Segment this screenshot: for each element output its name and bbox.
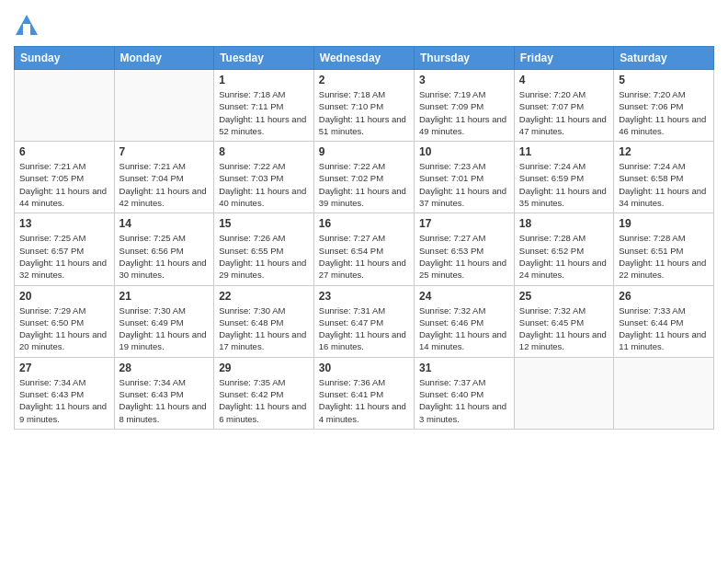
day-info: Sunrise: 7:30 AMSunset: 6:48 PMDaylight:… [219, 304, 309, 353]
day-info: Sunrise: 7:28 AMSunset: 6:51 PMDaylight:… [619, 232, 709, 281]
day-number: 14 [119, 217, 210, 230]
day-info: Sunrise: 7:24 AMSunset: 6:58 PMDaylight:… [619, 160, 709, 209]
calendar-header-row: SundayMondayTuesdayWednesdayThursdayFrid… [15, 47, 714, 70]
day-number: 11 [519, 145, 609, 158]
calendar-cell: 27Sunrise: 7:34 AMSunset: 6:43 PMDayligh… [15, 357, 115, 429]
day-number: 7 [119, 145, 210, 158]
calendar-cell: 8Sunrise: 7:22 AMSunset: 7:03 PMDaylight… [214, 142, 314, 213]
calendar-cell: 7Sunrise: 7:21 AMSunset: 7:04 PMDaylight… [114, 142, 214, 213]
day-info: Sunrise: 7:31 AMSunset: 6:47 PMDaylight:… [319, 304, 409, 353]
day-of-week-header: Sunday [15, 47, 115, 70]
day-info: Sunrise: 7:32 AMSunset: 6:46 PMDaylight:… [419, 304, 509, 353]
day-info: Sunrise: 7:20 AMSunset: 7:07 PMDaylight:… [519, 88, 609, 137]
day-number: 26 [619, 290, 709, 303]
day-info: Sunrise: 7:30 AMSunset: 6:49 PMDaylight:… [119, 304, 210, 353]
day-number: 23 [319, 290, 409, 303]
day-number: 18 [519, 217, 609, 230]
day-number: 10 [419, 145, 509, 158]
calendar-cell: 28Sunrise: 7:34 AMSunset: 6:43 PMDayligh… [114, 357, 214, 429]
calendar-cell: 1Sunrise: 7:18 AMSunset: 7:11 PMDaylight… [214, 70, 314, 142]
calendar-cell: 29Sunrise: 7:35 AMSunset: 6:42 PMDayligh… [214, 357, 314, 429]
day-info: Sunrise: 7:37 AMSunset: 6:40 PMDaylight:… [419, 376, 509, 425]
day-info: Sunrise: 7:18 AMSunset: 7:11 PMDaylight:… [219, 88, 309, 137]
day-number: 2 [319, 74, 409, 86]
day-info: Sunrise: 7:19 AMSunset: 7:09 PMDaylight:… [419, 88, 509, 137]
calendar-cell: 23Sunrise: 7:31 AMSunset: 6:47 PMDayligh… [313, 285, 414, 357]
day-number: 12 [619, 145, 709, 158]
day-number: 5 [619, 74, 709, 86]
calendar-cell: 11Sunrise: 7:24 AMSunset: 6:59 PMDayligh… [514, 142, 613, 213]
calendar-cell: 13Sunrise: 7:25 AMSunset: 6:57 PMDayligh… [15, 213, 115, 285]
day-info: Sunrise: 7:34 AMSunset: 6:43 PMDaylight:… [19, 376, 109, 425]
calendar-week-row: 27Sunrise: 7:34 AMSunset: 6:43 PMDayligh… [15, 357, 714, 429]
logo-icon [14, 13, 40, 39]
day-number: 4 [519, 74, 609, 86]
day-number: 24 [419, 290, 509, 303]
calendar-week-row: 13Sunrise: 7:25 AMSunset: 6:57 PMDayligh… [15, 213, 714, 285]
day-number: 15 [219, 217, 309, 230]
calendar-cell [114, 70, 214, 142]
calendar-cell: 6Sunrise: 7:21 AMSunset: 7:05 PMDaylight… [15, 142, 115, 213]
day-number: 9 [319, 145, 409, 158]
calendar-cell: 31Sunrise: 7:37 AMSunset: 6:40 PMDayligh… [415, 357, 515, 429]
day-info: Sunrise: 7:23 AMSunset: 7:01 PMDaylight:… [419, 160, 509, 209]
day-info: Sunrise: 7:26 AMSunset: 6:55 PMDaylight:… [219, 232, 309, 281]
calendar-cell [15, 70, 115, 142]
day-number: 16 [319, 217, 409, 230]
day-info: Sunrise: 7:27 AMSunset: 6:54 PMDaylight:… [319, 232, 409, 281]
day-info: Sunrise: 7:21 AMSunset: 7:05 PMDaylight:… [19, 160, 109, 209]
day-of-week-header: Wednesday [313, 47, 414, 70]
day-of-week-header: Tuesday [214, 47, 314, 70]
day-info: Sunrise: 7:20 AMSunset: 7:06 PMDaylight:… [619, 88, 709, 137]
calendar-cell: 2Sunrise: 7:18 AMSunset: 7:10 PMDaylight… [313, 70, 414, 142]
day-info: Sunrise: 7:32 AMSunset: 6:45 PMDaylight:… [519, 304, 609, 353]
calendar-cell: 21Sunrise: 7:30 AMSunset: 6:49 PMDayligh… [114, 285, 214, 357]
day-info: Sunrise: 7:18 AMSunset: 7:10 PMDaylight:… [319, 88, 409, 137]
calendar-cell: 30Sunrise: 7:36 AMSunset: 6:41 PMDayligh… [313, 357, 414, 429]
calendar-week-row: 1Sunrise: 7:18 AMSunset: 7:11 PMDaylight… [15, 70, 714, 142]
calendar-cell: 19Sunrise: 7:28 AMSunset: 6:51 PMDayligh… [614, 213, 714, 285]
day-info: Sunrise: 7:21 AMSunset: 7:04 PMDaylight:… [119, 160, 210, 209]
day-number: 30 [319, 362, 409, 374]
day-info: Sunrise: 7:25 AMSunset: 6:56 PMDaylight:… [119, 232, 210, 281]
day-of-week-header: Thursday [415, 47, 515, 70]
calendar-cell: 25Sunrise: 7:32 AMSunset: 6:45 PMDayligh… [514, 285, 613, 357]
day-number: 17 [419, 217, 509, 230]
day-info: Sunrise: 7:36 AMSunset: 6:41 PMDaylight:… [319, 376, 409, 425]
calendar-week-row: 6Sunrise: 7:21 AMSunset: 7:05 PMDaylight… [15, 142, 714, 213]
day-number: 8 [219, 145, 309, 158]
calendar-cell: 4Sunrise: 7:20 AMSunset: 7:07 PMDaylight… [514, 70, 613, 142]
calendar-cell [514, 357, 613, 429]
calendar-cell: 15Sunrise: 7:26 AMSunset: 6:55 PMDayligh… [214, 213, 314, 285]
day-info: Sunrise: 7:34 AMSunset: 6:43 PMDaylight:… [119, 376, 210, 425]
calendar-cell: 22Sunrise: 7:30 AMSunset: 6:48 PMDayligh… [214, 285, 314, 357]
calendar-week-row: 20Sunrise: 7:29 AMSunset: 6:50 PMDayligh… [15, 285, 714, 357]
day-info: Sunrise: 7:29 AMSunset: 6:50 PMDaylight:… [19, 304, 109, 353]
day-info: Sunrise: 7:22 AMSunset: 7:02 PMDaylight:… [319, 160, 409, 209]
header [14, 9, 714, 39]
day-number: 6 [19, 145, 109, 158]
day-number: 19 [619, 217, 709, 230]
day-number: 20 [19, 290, 109, 303]
calendar-cell: 18Sunrise: 7:28 AMSunset: 6:52 PMDayligh… [514, 213, 613, 285]
day-number: 1 [219, 74, 309, 86]
calendar-cell: 12Sunrise: 7:24 AMSunset: 6:58 PMDayligh… [614, 142, 714, 213]
page: SundayMondayTuesdayWednesdayThursdayFrid… [0, 0, 728, 563]
day-info: Sunrise: 7:27 AMSunset: 6:53 PMDaylight:… [419, 232, 509, 281]
day-number: 28 [119, 362, 210, 374]
calendar-cell [614, 357, 714, 429]
calendar-cell: 17Sunrise: 7:27 AMSunset: 6:53 PMDayligh… [415, 213, 515, 285]
calendar-cell: 10Sunrise: 7:23 AMSunset: 7:01 PMDayligh… [415, 142, 515, 213]
day-info: Sunrise: 7:35 AMSunset: 6:42 PMDaylight:… [219, 376, 309, 425]
calendar-cell: 26Sunrise: 7:33 AMSunset: 6:44 PMDayligh… [614, 285, 714, 357]
day-info: Sunrise: 7:25 AMSunset: 6:57 PMDaylight:… [19, 232, 109, 281]
day-number: 29 [219, 362, 309, 374]
day-of-week-header: Monday [114, 47, 214, 70]
logo [14, 13, 43, 39]
day-info: Sunrise: 7:24 AMSunset: 6:59 PMDaylight:… [519, 160, 609, 209]
day-number: 25 [519, 290, 609, 303]
day-number: 31 [419, 362, 509, 374]
day-of-week-header: Friday [514, 47, 613, 70]
day-number: 27 [19, 362, 109, 374]
day-info: Sunrise: 7:22 AMSunset: 7:03 PMDaylight:… [219, 160, 309, 209]
